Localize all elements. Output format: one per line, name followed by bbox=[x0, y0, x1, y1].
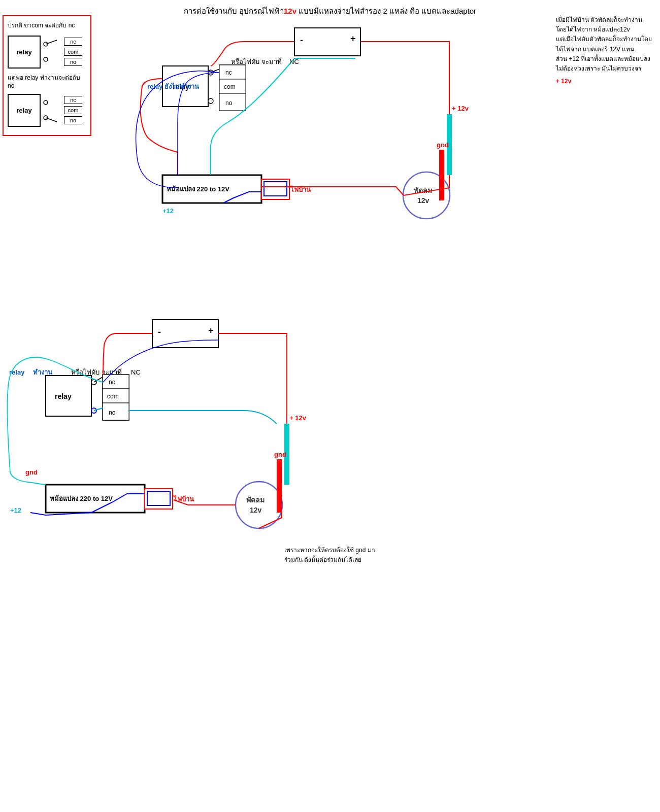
svg-text:+ 12v: + 12v bbox=[452, 105, 469, 112]
svg-text:พัดลม: พัดลม bbox=[414, 186, 432, 194]
svg-text:หม้อแปลง   220 to 12V: หม้อแปลง 220 to 12V bbox=[167, 185, 229, 193]
svg-text:12v: 12v bbox=[250, 506, 262, 514]
svg-rect-55 bbox=[145, 489, 173, 509]
svg-point-50 bbox=[91, 408, 96, 413]
svg-point-1 bbox=[44, 57, 48, 61]
svg-rect-53 bbox=[46, 485, 145, 513]
pin-no: no bbox=[64, 58, 82, 66]
svg-rect-43 bbox=[103, 375, 129, 389]
svg-text:gnd: gnd bbox=[274, 451, 286, 458]
svg-rect-6 bbox=[294, 28, 360, 56]
pin-nc-row: nc bbox=[64, 38, 82, 46]
svg-text:com: com bbox=[224, 83, 236, 90]
svg-text:หรือไฟดับ   จะมาที่: หรือไฟดับ จะมาที่ bbox=[71, 368, 122, 376]
pin-com: com bbox=[64, 48, 82, 56]
svg-rect-11 bbox=[219, 65, 246, 111]
svg-rect-14 bbox=[219, 93, 246, 111]
title-highlight: 12v bbox=[284, 7, 296, 15]
redbox-container: ปรกติ ขาcom จะต่อกับ nc relay nc com n bbox=[3, 15, 91, 136]
pin2-no-row: no bbox=[64, 116, 82, 124]
svg-point-49 bbox=[91, 380, 96, 385]
svg-text:no: no bbox=[225, 99, 233, 107]
svg-text:หรือไฟดับ   จะมาที่: หรือไฟดับ จะมาที่ bbox=[231, 57, 282, 65]
svg-text:+: + bbox=[208, 325, 214, 335]
svg-rect-63 bbox=[277, 459, 282, 513]
relay1-pins: nc com no bbox=[64, 37, 82, 67]
svg-rect-44 bbox=[103, 389, 129, 403]
relay1-box: relay bbox=[8, 36, 41, 69]
svg-text:NC: NC bbox=[131, 368, 141, 376]
relay1-switch-svg bbox=[42, 34, 62, 70]
bottom-note-line2: ร่วมกัน ดังนั้นต่อร่วมกันได้เลย bbox=[284, 555, 375, 565]
svg-text:ทำงาน: ทำงาน bbox=[33, 368, 53, 376]
svg-text:+: + bbox=[350, 33, 356, 44]
relay2-switch-svg bbox=[42, 92, 62, 128]
svg-rect-23 bbox=[261, 179, 289, 199]
pin-com-row: com bbox=[64, 48, 82, 56]
desc-line5: ส่วน +12 ที่เอาทั้งแบตและหม้อแปลง bbox=[556, 54, 657, 64]
svg-rect-45 bbox=[103, 403, 129, 420]
svg-point-58 bbox=[236, 482, 282, 528]
svg-text:nc: nc bbox=[225, 69, 232, 76]
svg-text:nc: nc bbox=[109, 379, 115, 386]
svg-text:หม้อแปลง   220 to 12V: หม้อแปลง 220 to 12V bbox=[50, 495, 113, 502]
svg-text:พัดลม: พัดลม bbox=[246, 496, 265, 504]
svg-rect-13 bbox=[219, 79, 246, 93]
bottom-note: เพราะหากจะให้ครบต้องใช้ gnd มา ร่วมกัน ด… bbox=[284, 546, 375, 565]
svg-text:12v: 12v bbox=[417, 196, 430, 205]
svg-line-52 bbox=[94, 377, 103, 382]
svg-point-18 bbox=[208, 70, 213, 75]
svg-text:relay: relay bbox=[55, 392, 72, 400]
svg-text:relay: relay bbox=[9, 368, 25, 376]
svg-line-2 bbox=[46, 40, 57, 44]
svg-text:+12: +12 bbox=[10, 506, 21, 514]
svg-line-20 bbox=[211, 69, 219, 73]
svg-rect-37 bbox=[152, 320, 218, 348]
svg-point-26 bbox=[403, 172, 450, 219]
svg-text:-: - bbox=[158, 327, 161, 337]
pin2-nc-row: nc bbox=[64, 96, 82, 104]
desc-line3: แต่เมื่อไฟดับตัวพัดลมก็จะทำงานโดย bbox=[556, 35, 657, 44]
svg-rect-40 bbox=[46, 376, 91, 416]
relay2-box: relay bbox=[8, 94, 41, 127]
svg-text:relay: relay bbox=[173, 83, 189, 91]
pin2-com: com bbox=[64, 106, 82, 114]
relay2-pins: nc com no bbox=[64, 95, 82, 125]
svg-point-3 bbox=[44, 100, 48, 105]
svg-rect-56 bbox=[147, 491, 170, 505]
svg-line-51 bbox=[94, 408, 103, 411]
svg-text:+ 12v: + 12v bbox=[289, 414, 307, 422]
description-panel: เมื่อมีไฟบ้าน ตัวพัดลมก็จะทำงาน โดยได้ไฟ… bbox=[556, 15, 657, 86]
pin2-com-row: com bbox=[64, 106, 82, 114]
svg-rect-9 bbox=[162, 66, 208, 107]
pin2-nc: nc bbox=[64, 96, 82, 104]
svg-text:NC: NC bbox=[289, 58, 299, 65]
desc-line2: โดยได้ไฟจาก หม้อแปลง12v bbox=[556, 25, 657, 35]
redbox-subtitle2: แต่พอ relay ทำงานจะต่อกับ no bbox=[8, 73, 86, 89]
svg-text:gnd: gnd bbox=[25, 468, 38, 476]
desc-plus12v: + 12v bbox=[556, 77, 657, 86]
svg-text:no: no bbox=[109, 409, 116, 416]
svg-rect-24 bbox=[264, 182, 287, 196]
svg-rect-31 bbox=[439, 150, 444, 200]
svg-rect-21 bbox=[162, 175, 261, 203]
redbox-subtitle1: ปรกติ ขาcom จะต่อกับ nc bbox=[8, 20, 86, 30]
svg-text:-: - bbox=[300, 35, 303, 45]
desc-line6: ไม่ต้องห่วงเพราะ มันไม่ครบวงจร bbox=[556, 64, 657, 74]
pin-no-row: no bbox=[64, 58, 82, 66]
svg-rect-62 bbox=[284, 424, 289, 485]
desc-line4: ได้ไฟจาก แบตเตอรี่ 12V แทน bbox=[556, 45, 657, 54]
svg-rect-30 bbox=[447, 114, 452, 175]
svg-point-19 bbox=[208, 98, 213, 104]
svg-text:com: com bbox=[107, 393, 119, 400]
title-rest: แบบมีแหลงจ่ายไฟสำรอง 2 แหล่ง คือ แบตและa… bbox=[296, 7, 476, 15]
svg-text:ไฟบ้าน: ไฟบ้าน bbox=[290, 185, 311, 193]
pin-nc: nc bbox=[64, 38, 82, 46]
desc-line1: เมื่อมีไฟบ้าน ตัวพัดลมก็จะทำงาน bbox=[556, 15, 657, 25]
svg-line-5 bbox=[46, 118, 57, 122]
svg-rect-12 bbox=[219, 65, 246, 79]
relay2-component: relay nc com no bbox=[8, 92, 86, 128]
svg-text:+12: +12 bbox=[162, 207, 174, 215]
svg-text:relay ยังไม่ทำงาน: relay ยังไม่ทำงาน bbox=[147, 82, 200, 90]
title-main: การต่อใช้งานกับ อุปกรณ์ไฟฟ้า bbox=[184, 7, 284, 15]
